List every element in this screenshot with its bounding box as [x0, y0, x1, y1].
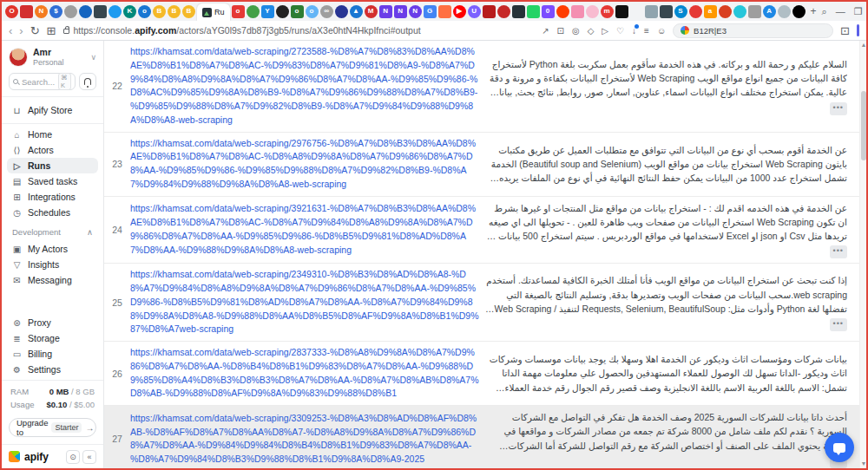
browser-tab-favicon[interactable]: m	[601, 5, 614, 18]
browser-tab-favicon[interactable]: ▶	[453, 5, 466, 18]
toolbar-icon[interactable]: ◇	[588, 26, 595, 36]
collapse-sidebar-button[interactable]: «	[82, 450, 96, 464]
sidebar-item-integrations[interactable]: ⊞Integrations	[7, 189, 98, 205]
chat-widget-button[interactable]	[825, 433, 854, 462]
browser-tab-favicon[interactable]	[778, 5, 791, 18]
scrollbar[interactable]: ▲ ▼	[859, 41, 866, 468]
sidebar-item-runs[interactable]: ▷Runs	[7, 158, 98, 173]
browser-tab-favicon[interactable]: N	[394, 5, 407, 18]
browser-tab-favicon[interactable]: N	[35, 5, 48, 18]
browser-tab-favicon[interactable]	[586, 5, 599, 18]
browser-tab-favicon[interactable]: B	[153, 5, 166, 18]
browser-tab-favicon[interactable]	[615, 5, 628, 18]
minimize-button[interactable]: —	[836, 6, 845, 16]
browser-tab-favicon[interactable]: N	[379, 5, 392, 18]
forward-icon[interactable]: ›	[19, 25, 23, 36]
sidebar-item-my-actors[interactable]: ▣My Actors	[7, 241, 98, 257]
browser-tab-favicon[interactable]	[94, 5, 107, 18]
browser-tab-favicon[interactable]	[497, 5, 510, 18]
tab-search-icon[interactable]: ⌕	[822, 6, 827, 17]
scroll-up-icon[interactable]: ▲	[860, 41, 866, 49]
browser-tab-favicon[interactable]	[719, 5, 732, 18]
browser-tab-favicon[interactable]	[630, 5, 643, 18]
browser-tab-favicon[interactable]: 0	[542, 5, 555, 18]
result-url-link[interactable]: https://khamsat.com/data/web-scraping/29…	[130, 137, 479, 192]
address-bar[interactable]: https://console.apify.com/actors/aYG0l9s…	[63, 25, 421, 36]
toolbar-icon[interactable]: ↓	[632, 26, 636, 36]
new-tab-button[interactable]: +	[807, 5, 820, 17]
browser-tab-favicon[interactable]: o	[138, 5, 151, 18]
scroll-down-icon[interactable]: ▼	[860, 460, 866, 468]
reload-icon[interactable]: ↻	[30, 25, 40, 36]
browser-tab-favicon[interactable]: M	[365, 5, 378, 18]
sidebar-item-storage[interactable]: ≣Storage	[7, 330, 98, 346]
sidebar-item-schedules[interactable]: ◷Schedules	[7, 205, 98, 220]
browser-tab-favicon[interactable]	[571, 5, 584, 18]
browser-tab-favicon[interactable]	[512, 5, 525, 18]
browser-tab-favicon[interactable]: A	[763, 5, 776, 18]
browser-tab-favicon[interactable]	[108, 5, 122, 18]
expand-more-button[interactable]: •••	[830, 102, 847, 115]
browser-tab-favicon[interactable]: N	[409, 5, 422, 18]
account-switcher[interactable]: Amr Personal ∨	[2, 41, 103, 71]
browser-tab-favicon[interactable]	[247, 5, 260, 18]
result-url-link[interactable]: https://khamsat.com/data/web-scraping/23…	[130, 268, 479, 336]
result-url-link[interactable]: https://khamsat.com/data/web-scraping/39…	[130, 202, 479, 257]
toolbar-icon[interactable]: ▷	[602, 26, 608, 36]
result-url-link[interactable]: https://khamsat.com/data/web-scraping/27…	[130, 45, 479, 127]
browser-tab-favicon[interactable]	[733, 5, 746, 18]
toolbar-icon[interactable]: ⊡	[557, 26, 564, 36]
toolbar-icon[interactable]: ◎	[572, 26, 580, 36]
browser-tab-favicon[interactable]	[276, 5, 289, 18]
extensions-icon[interactable]: ⊡	[840, 25, 850, 36]
development-section-header[interactable]: Development ∧	[2, 223, 103, 238]
sidebar-item-home[interactable]: ⌂Home	[7, 127, 98, 142]
sidebar-item-billing[interactable]: ▭Billing	[7, 346, 98, 362]
browser-tab-favicon[interactable]: ▲	[350, 5, 363, 18]
browser-tab-favicon[interactable]	[335, 5, 348, 18]
sidebar-item-actors[interactable]: ⟨⟩Actors	[7, 142, 98, 158]
notifications-button[interactable]	[79, 73, 96, 90]
upgrade-button[interactable]: Upgrade to Starter →	[9, 418, 96, 437]
browser-tab-favicon[interactable]: U	[468, 5, 481, 18]
sidebar-item-saved-tasks[interactable]: ▤Saved tasks	[7, 173, 98, 189]
browser-tab-favicon[interactable]: B	[182, 5, 195, 18]
browser-tab-favicon[interactable]	[527, 5, 540, 18]
sidebar-item-messaging[interactable]: ✉Messaging	[7, 272, 98, 288]
browser-tab-favicon[interactable]: G	[424, 5, 437, 18]
browser-tab-favicon[interactable]: K	[123, 5, 136, 18]
browser-tab-favicon[interactable]: o	[306, 5, 319, 18]
result-url-link[interactable]: https://khamsat.com/data/web-scraping/28…	[130, 346, 479, 401]
sidebar-item-settings[interactable]: ⚙Settings	[7, 362, 98, 377]
browser-tab-favicon[interactable]	[792, 5, 806, 18]
browser-tab-favicon[interactable]: S	[674, 5, 687, 18]
browser-tab-favicon[interactable]: o	[232, 5, 245, 18]
toolbar-icon[interactable]: ♡	[616, 26, 624, 36]
browser-tab-favicon[interactable]	[660, 5, 673, 18]
browser-tab-favicon[interactable]: B	[168, 5, 181, 18]
browser-tab-favicon[interactable]: $	[49, 5, 62, 18]
browser-tab-favicon[interactable]: o	[291, 5, 304, 18]
browser-tab-favicon[interactable]: Y	[261, 5, 274, 18]
browser-tab-favicon[interactable]	[689, 5, 702, 18]
browser-tab-favicon[interactable]	[645, 5, 658, 18]
search-input[interactable]: Search... ⌘ K	[9, 73, 76, 90]
result-url-link[interactable]: https://khamsat.com/data/web-scraping/33…	[130, 412, 479, 467]
expand-more-button[interactable]: •••	[830, 318, 847, 331]
toolbar-icon[interactable]: ☺	[657, 26, 666, 36]
browser-tab-favicon[interactable]	[748, 5, 761, 18]
toolbar-icon[interactable]: ≡	[644, 26, 649, 36]
browser-tab-favicon[interactable]	[556, 5, 569, 18]
help-button[interactable]: ⊙	[66, 450, 80, 464]
scrollbar-thumb[interactable]	[861, 91, 866, 160]
tab-groups-icon[interactable]: ⊞	[47, 25, 56, 36]
browser-tab-favicon[interactable]	[20, 5, 33, 18]
browser-tab-favicon[interactable]: O	[5, 5, 18, 18]
browser-tab-favicon[interactable]	[483, 5, 496, 18]
expand-more-button[interactable]: •••	[830, 245, 847, 258]
sidebar-item-apify-store[interactable]: ⊔ Apify Store	[7, 102, 98, 118]
browser-tab-favicon[interactable]	[64, 5, 77, 18]
restore-button[interactable]: ❐	[854, 6, 863, 17]
browser-tab-favicon[interactable]	[438, 5, 451, 18]
browser-tab-favicon[interactable]: ∞	[320, 5, 333, 18]
